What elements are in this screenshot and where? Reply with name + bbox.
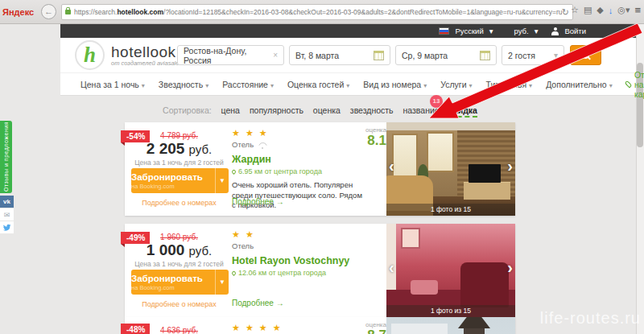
- search-button[interactable]: [570, 45, 601, 65]
- mail-icon[interactable]: ✉: [0, 208, 14, 221]
- hotel-photo[interactable]: ‹ › 1 фото из 15: [386, 122, 515, 216]
- caret-down-icon: ▾: [554, 51, 558, 60]
- book-button[interactable]: Забронировать на Booking.com ▼: [131, 168, 229, 193]
- login-link[interactable]: Войти: [564, 27, 586, 35]
- russian-flag-icon: [439, 27, 449, 35]
- menu-icon[interactable]: ≡: [634, 4, 641, 16]
- reload-icon[interactable]: ↻: [562, 7, 569, 18]
- reader-icon[interactable]: ▤: [584, 5, 592, 15]
- star-rating: ★ ★ ★: [232, 129, 362, 138]
- topbar: Русский▾ руб.▾ Войти: [60, 24, 636, 38]
- book-options-caret[interactable]: ▼: [215, 168, 229, 193]
- current-price: 2 205 руб.: [125, 140, 233, 158]
- price-note: Цена за 1 ночь для 2 гостей: [125, 159, 233, 167]
- hotellook-logo-icon: h: [75, 40, 105, 70]
- sort-by-popularity[interactable]: популярность: [250, 105, 303, 115]
- hotel-photo[interactable]: [386, 317, 515, 334]
- discount-badge: -54%: [121, 130, 150, 142]
- filter-additional[interactable]: Дополнительно: [546, 80, 613, 89]
- hotel-name-link[interactable]: Hotel Rayon Vostochnyy: [232, 255, 362, 266]
- caret-down-icon: ▾: [535, 27, 539, 35]
- vk-icon[interactable]: vk: [0, 196, 14, 208]
- calendar-icon: [374, 51, 384, 60]
- filter-services[interactable]: Услуги: [440, 80, 472, 89]
- sort-by-price[interactable]: цена: [221, 105, 240, 115]
- hotel-photo[interactable]: ‹ › 1 фото из 15: [386, 224, 515, 317]
- back-button[interactable]: ←: [41, 4, 56, 19]
- discount-count-badge: 13: [430, 95, 443, 108]
- destination-input[interactable]: Ростов-на-Дону, Россия ×: [177, 45, 284, 65]
- clear-icon[interactable]: ×: [273, 51, 278, 60]
- sorting-row: Сортировка: цена популярность оценка зве…: [125, 105, 515, 115]
- discount-badge: -48%: [121, 324, 150, 334]
- sort-by-rating[interactable]: оценка: [313, 105, 341, 115]
- shield-icon[interactable]: ◆: [597, 5, 603, 15]
- photo-caption: 1 фото из 15: [386, 204, 515, 216]
- current-price: 1 000 руб.: [125, 241, 233, 259]
- feedback-tab[interactable]: Отзывы и предложения: [0, 121, 12, 193]
- photo-caption: 1 фото из 15: [386, 305, 515, 317]
- sort-by-discount[interactable]: скидка: [449, 105, 477, 118]
- filter-price[interactable]: Цена за 1 ночь: [80, 80, 145, 89]
- pin-icon: [231, 270, 237, 275]
- rooms-details-link[interactable]: Подробнее о номерах: [125, 300, 233, 308]
- hotel-name-link[interactable]: Жардин: [232, 154, 362, 165]
- caret-down-icon: ▾: [489, 27, 493, 35]
- filter-room-view[interactable]: Вид из номера: [363, 80, 427, 89]
- wifi-icon: [258, 142, 266, 149]
- person-icon: [551, 27, 559, 35]
- rooms-details-link[interactable]: Подробнее о номерах: [125, 199, 233, 207]
- book-options-caret[interactable]: ▼: [215, 270, 229, 295]
- star-rating: ★ ★ ★ ★: [232, 324, 362, 332]
- social-stack: vk ✉: [0, 196, 14, 234]
- book-button-sub: на Booking.com: [131, 183, 215, 190]
- filter-stars[interactable]: Звездность: [159, 80, 208, 89]
- calendar-icon: [480, 51, 490, 60]
- book-button-sub: на Booking.com: [131, 284, 215, 291]
- download-icon[interactable]: ↓: [609, 6, 613, 15]
- hotel-type: Отель: [232, 140, 254, 149]
- hotel-distance: 12.06 км от центра города: [238, 269, 326, 277]
- hotel-type: Отель: [232, 241, 254, 250]
- sort-by-stars[interactable]: звездность: [350, 105, 394, 115]
- more-details-link[interactable]: Подробнее: [232, 299, 284, 307]
- url-field[interactable]: https://search.hotellook.com/?locationId…: [61, 4, 573, 20]
- checkin-date-field[interactable]: Вт, 8 марта: [289, 45, 390, 65]
- more-details-link[interactable]: Подробнее: [232, 197, 284, 206]
- photo-prev-icon[interactable]: ‹: [389, 158, 394, 174]
- hotels-on-map-link[interactable]: Отели на карте: [626, 70, 644, 99]
- book-button[interactable]: Забронировать на Booking.com ▼: [131, 270, 229, 295]
- globe-icon[interactable]: ◎▾: [617, 5, 630, 15]
- rating-value: 8.1: [361, 134, 386, 148]
- yandex-label[interactable]: Яндекс: [2, 7, 34, 17]
- search-icon: [582, 52, 589, 59]
- book-button-label: Забронировать: [131, 274, 215, 284]
- rating-value: 8.7: [361, 328, 386, 334]
- hotel-card: -54% 4 789 руб. 2 205 руб. Цена за 1 ноч…: [125, 122, 515, 216]
- guests-select[interactable]: 2 гостя ▾: [502, 45, 564, 65]
- filter-distance[interactable]: Расстояние: [222, 80, 274, 89]
- watermark: life-routes.ru: [540, 309, 641, 328]
- photo-prev-icon[interactable]: ‹: [389, 259, 394, 275]
- hotel-card: -48% 4 636 руб. ★ ★ ★ ★ Отель оценка 8.7: [125, 317, 515, 334]
- checkout-date-field[interactable]: Ср, 9 марта: [395, 45, 497, 65]
- hotel-distance: 6.95 км от центра города: [238, 167, 322, 175]
- currency-selector[interactable]: руб.: [514, 27, 529, 35]
- language-selector[interactable]: Русский: [455, 27, 483, 35]
- photo-next-icon[interactable]: ›: [507, 158, 513, 174]
- twitter-icon[interactable]: [0, 221, 14, 233]
- filter-property-type[interactable]: Тип жилья: [486, 80, 533, 89]
- star-rating: ★ ★: [232, 230, 362, 239]
- map-pin-icon: [624, 80, 632, 88]
- bookmark-star-icon[interactable]: ☆: [571, 5, 579, 15]
- url-text: https://search.hotellook.com/?locationId…: [74, 8, 562, 16]
- hotel-card: -49% 1 960 руб. 1 000 руб. Цена за 1 ноч…: [125, 224, 515, 317]
- sorting-label: Сортировка:: [163, 105, 212, 115]
- price-note: Цена за 1 ночь для 2 гостей: [125, 260, 233, 268]
- pin-icon: [231, 168, 237, 174]
- logo[interactable]: h hotellook от создателей aviasales.ru: [75, 40, 189, 70]
- photo-next-icon[interactable]: ›: [507, 259, 513, 275]
- filter-guest-rating[interactable]: Оценка гостей: [287, 80, 349, 89]
- filter-bar: Цена за 1 ночь Звездность Расстояние Оце…: [60, 72, 636, 96]
- lock-icon: [65, 10, 71, 14]
